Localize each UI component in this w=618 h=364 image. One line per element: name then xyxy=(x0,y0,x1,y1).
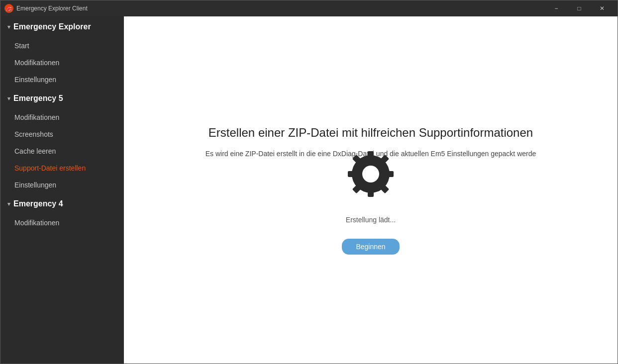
sidebar-item-em5-modifikationen[interactable]: Modifikationen xyxy=(0,109,124,126)
sidebar-section-label-em5: Emergency 5 xyxy=(13,94,63,103)
title-bar-controls: − □ ✕ xyxy=(545,0,614,16)
sidebar: ▾ Emergency Explorer Start Modifikatione… xyxy=(0,16,124,364)
arrow-icon-ee: ▾ xyxy=(7,24,10,30)
sidebar-item-em5-screenshots[interactable]: Screenshots xyxy=(0,126,124,143)
svg-point-12 xyxy=(363,166,379,182)
app-window: 🚒 Emergency Explorer Client − □ ✕ ▾ Emer… xyxy=(0,0,618,364)
main-content: Erstellen einer ZIP-Datei mit hilfreiche… xyxy=(124,16,618,364)
arrow-icon-em5: ▾ xyxy=(7,95,10,102)
app-icon: 🚒 xyxy=(4,4,13,13)
svg-rect-5 xyxy=(348,171,355,177)
sidebar-section-emergency-5[interactable]: ▾ Emergency 5 xyxy=(0,88,124,109)
title-bar: 🚒 Emergency Explorer Client − □ ✕ xyxy=(0,0,618,16)
gear-icon-wrapper xyxy=(346,149,396,201)
arrow-icon-em4: ▾ xyxy=(7,201,10,207)
sidebar-item-em5-einstellungen[interactable]: Einstellungen xyxy=(0,177,124,193)
maximize-button[interactable]: □ xyxy=(568,0,591,16)
sidebar-section-label-em4: Emergency 4 xyxy=(13,199,63,208)
gear-svg-icon xyxy=(346,149,396,199)
sidebar-item-em5-support-datei[interactable]: Support-Datei erstellen xyxy=(0,160,124,177)
close-button[interactable]: ✕ xyxy=(591,0,614,16)
sidebar-item-ee-einstellungen[interactable]: Einstellungen xyxy=(0,71,124,88)
svg-rect-3 xyxy=(368,151,374,158)
sidebar-section-emergency-explorer[interactable]: ▾ Emergency Explorer xyxy=(0,16,124,37)
svg-rect-6 xyxy=(387,171,394,177)
main-title: Erstellen einer ZIP-Datei mit hilfreiche… xyxy=(208,126,533,140)
sidebar-section-emergency-4[interactable]: ▾ Emergency 4 xyxy=(0,193,124,214)
svg-rect-4 xyxy=(368,190,374,197)
sidebar-item-ee-modifikationen[interactable]: Modifikationen xyxy=(0,54,124,71)
beginnen-button[interactable]: Beginnen xyxy=(342,239,399,255)
sidebar-item-em5-cache-leeren[interactable]: Cache leeren xyxy=(0,143,124,160)
sidebar-item-em4-modifikationen[interactable]: Modifikationen xyxy=(0,214,124,231)
sidebar-item-ee-start[interactable]: Start xyxy=(0,37,124,54)
minimize-button[interactable]: − xyxy=(545,0,568,16)
title-bar-left: 🚒 Emergency Explorer Client xyxy=(4,4,88,13)
sidebar-section-label-ee: Emergency Explorer xyxy=(13,22,91,31)
status-text: Erstellung lädt... xyxy=(346,216,396,224)
content-area: ▾ Emergency Explorer Start Modifikatione… xyxy=(0,16,618,364)
title-bar-title: Emergency Explorer Client xyxy=(16,5,88,12)
